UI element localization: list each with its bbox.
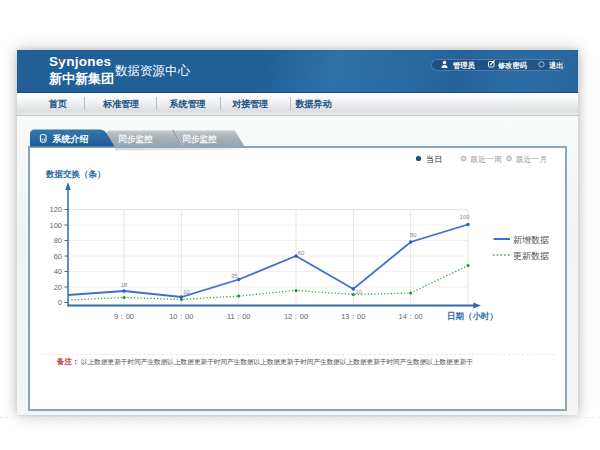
- svg-text:60: 60: [54, 252, 62, 261]
- svg-text:100: 100: [460, 214, 471, 220]
- svg-text:10: 10: [183, 289, 190, 295]
- svg-text:新增数据: 新增数据: [513, 235, 549, 245]
- svg-text:日期（小时）: 日期（小时）: [447, 311, 498, 321]
- svg-text:100: 100: [49, 221, 62, 230]
- svg-text:数据交换（条）: 数据交换（条）: [45, 169, 106, 179]
- svg-text:18: 18: [121, 282, 128, 288]
- svg-text:同步监控: 同步监控: [118, 134, 153, 144]
- svg-text:11：00: 11：00: [227, 312, 251, 321]
- svg-text:35: 35: [231, 273, 238, 279]
- svg-text:80: 80: [410, 232, 417, 238]
- svg-text:10: 10: [355, 289, 362, 295]
- svg-text:最近一月: 最近一月: [516, 155, 548, 164]
- svg-text:9：00: 9：00: [114, 312, 134, 321]
- svg-text:14：00: 14：00: [399, 312, 423, 321]
- svg-text:80: 80: [54, 236, 62, 245]
- svg-text:10：00: 10：00: [169, 312, 193, 321]
- svg-text:备注：: 备注：: [56, 357, 80, 366]
- svg-text:40: 40: [54, 267, 62, 276]
- svg-text:更新数据: 更新数据: [513, 251, 549, 261]
- svg-text:60: 60: [298, 250, 305, 256]
- svg-text:0: 0: [58, 298, 62, 307]
- svg-text:系统介绍: 系统介绍: [52, 134, 89, 144]
- svg-text:以上数据更新于时间产生数据以上数据更新于时间产生数据以上数据: 以上数据更新于时间产生数据以上数据更新于时间产生数据以上数据更新于时间产生数据以…: [81, 358, 473, 366]
- svg-text:120: 120: [49, 205, 62, 214]
- svg-text:最近一周: 最近一周: [470, 155, 502, 164]
- svg-text:当日: 当日: [426, 155, 442, 164]
- svg-text:20: 20: [54, 283, 62, 292]
- svg-text:12：00: 12：00: [284, 312, 308, 321]
- svg-text:13：00: 13：00: [341, 312, 365, 321]
- svg-text:同步监控: 同步监控: [182, 134, 217, 144]
